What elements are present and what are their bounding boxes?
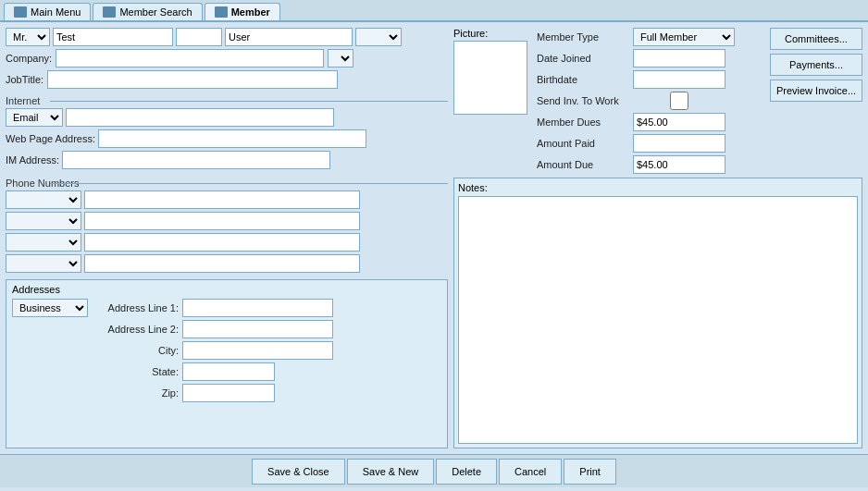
phone-type-2[interactable]: HomeWorkCellFax [6, 212, 81, 230]
payments-button[interactable]: Payments... [770, 54, 862, 76]
tab-member-icon [215, 6, 228, 18]
internet-section: EmailWorkHome Web Page Address: IM Addre… [6, 108, 448, 172]
phone-row-2: HomeWorkCellFax [6, 212, 448, 230]
addr-city-input[interactable] [182, 341, 333, 360]
jobtitle-row: JobTitle: [6, 70, 448, 89]
web-row: Web Page Address: [6, 129, 448, 148]
address-type: BusinessHomeOther [12, 299, 88, 402]
addr-city-label: City: [95, 345, 179, 356]
tab-member-label: Member [231, 6, 270, 18]
delete-button[interactable]: Delete [436, 459, 497, 485]
company-input[interactable] [56, 49, 324, 68]
phone-input-3[interactable] [84, 233, 360, 252]
center-right: Picture: Member Type Full MemberAssociat… [453, 28, 764, 174]
right-top-area: Picture: Member Type Full MemberAssociat… [453, 28, 862, 174]
addr-city-row: City: [95, 341, 333, 360]
jobtitle-input[interactable] [47, 70, 338, 89]
name-row: Mr.Mrs.Ms.Dr. Jr.Sr. [6, 28, 448, 46]
phone-row-1: HomeWorkCellFax [6, 190, 448, 209]
jobtitle-label: JobTitle: [6, 74, 43, 85]
phone-row-3: HomeWorkCellFax [6, 233, 448, 252]
committees-button[interactable]: Committees... [770, 28, 862, 50]
phone-type-1[interactable]: HomeWorkCellFax [6, 190, 81, 209]
company-type-select[interactable] [328, 49, 353, 68]
addr-line1-label: Address Line 1: [95, 302, 179, 313]
middle-name-input[interactable] [176, 28, 222, 46]
addr-zip-input[interactable] [182, 384, 275, 402]
company-label: Company: [6, 53, 52, 64]
first-name-input[interactable] [53, 28, 173, 46]
addresses-body: BusinessHomeOther Address Line 1: Addres… [12, 299, 441, 402]
salutation-select[interactable]: Mr.Mrs.Ms.Dr. [6, 28, 50, 46]
addr-line2-input[interactable] [182, 320, 333, 338]
member-dues-input[interactable] [633, 113, 725, 131]
save-new-button[interactable]: Save & New [347, 459, 435, 485]
company-row: Company: [6, 49, 448, 68]
addr-state-input[interactable] [182, 362, 275, 381]
phone-type-4[interactable]: HomeWorkCellFax [6, 254, 81, 273]
amount-due-input[interactable] [633, 155, 725, 174]
save-close-button[interactable]: Save & Close [252, 459, 345, 485]
birthdate-input[interactable] [633, 70, 725, 89]
tab-member[interactable]: Member [205, 3, 280, 20]
im-row: IM Address: [6, 151, 448, 169]
date-joined-label: Date Joined [537, 53, 629, 64]
picture-label: Picture: [453, 28, 527, 39]
amount-paid-label: Amount Paid [537, 138, 629, 149]
member-type-row: Member Type Full MemberAssociateHonorary… [537, 28, 764, 46]
send-inv-label: Send Inv. To Work [537, 95, 629, 106]
date-joined-input[interactable] [633, 49, 725, 68]
picture-and-member: Picture: Member Type Full MemberAssociat… [453, 28, 764, 174]
member-type-select[interactable]: Full MemberAssociateHonoraryStudent [633, 28, 735, 46]
send-inv-checkbox[interactable] [633, 92, 725, 110]
email-input[interactable] [66, 108, 334, 127]
address-type-select[interactable]: BusinessHomeOther [12, 299, 88, 317]
internet-section-header: Internet [6, 95, 448, 106]
tab-bar: Main Menu Member Search Member [0, 0, 868, 22]
date-joined-row: Date Joined [537, 49, 764, 68]
addr-line2-row: Address Line 2: [95, 320, 333, 338]
tab-member-search-icon [103, 6, 116, 18]
web-input[interactable] [98, 129, 366, 148]
cancel-button[interactable]: Cancel [499, 459, 562, 485]
addr-line1-row: Address Line 1: [95, 299, 333, 317]
im-label: IM Address: [6, 154, 59, 166]
send-inv-row: Send Inv. To Work [537, 92, 764, 110]
birthdate-label: Birthdate [537, 74, 629, 85]
notes-label: Notes: [458, 182, 858, 193]
member-type-label: Member Type [537, 31, 629, 43]
tab-member-search[interactable]: Member Search [93, 3, 202, 20]
amount-paid-input[interactable] [633, 134, 725, 153]
bottom-toolbar: Save & Close Save & New Delete Cancel Pr… [0, 454, 868, 487]
addresses-section: Addresses BusinessHomeOther Address Line… [6, 279, 448, 448]
phone-type-3[interactable]: HomeWorkCellFax [6, 233, 81, 252]
tab-main-menu-label: Main Menu [31, 6, 81, 18]
web-label: Web Page Address: [6, 133, 95, 144]
last-name-input[interactable] [225, 28, 353, 46]
email-type-select[interactable]: EmailWorkHome [6, 108, 63, 127]
amount-due-label: Amount Due [537, 159, 629, 170]
notes-section: Notes: [453, 178, 862, 448]
tab-main-menu[interactable]: Main Menu [4, 3, 91, 20]
addr-zip-row: Zip: [95, 384, 333, 402]
member-info: Member Type Full MemberAssociateHonorary… [537, 28, 764, 174]
suffix-select[interactable]: Jr.Sr. [355, 28, 402, 46]
main-content: Mr.Mrs.Ms.Dr. Jr.Sr. Company: JobTitle: … [0, 22, 868, 454]
picture-box [453, 41, 527, 115]
phone-section: HomeWorkCellFax HomeWorkCellFax HomeWork… [6, 190, 448, 276]
addresses-header: Addresses [12, 284, 441, 295]
notes-textarea[interactable] [458, 196, 858, 444]
phone-input-1[interactable] [84, 190, 360, 209]
preview-invoice-button[interactable]: Preview Invoice... [770, 80, 862, 102]
phone-input-4[interactable] [84, 254, 360, 273]
addr-state-row: State: [95, 362, 333, 381]
addr-zip-label: Zip: [95, 387, 179, 399]
phone-row-4: HomeWorkCellFax [6, 254, 448, 273]
phone-input-2[interactable] [84, 212, 360, 230]
address-fields: Address Line 1: Address Line 2: City: St… [95, 299, 333, 402]
im-input[interactable] [62, 151, 330, 169]
print-button[interactable]: Print [564, 459, 616, 485]
addr-line1-input[interactable] [182, 299, 333, 317]
addr-state-label: State: [95, 366, 179, 377]
amount-due-row: Amount Due [537, 155, 764, 174]
